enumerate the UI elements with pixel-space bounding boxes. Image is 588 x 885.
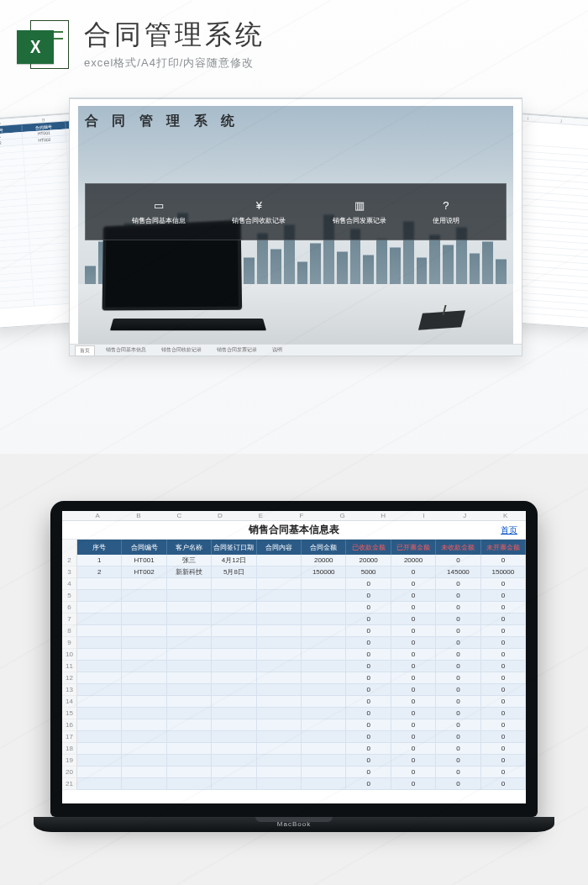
table-cell[interactable] — [77, 649, 122, 661]
table-cell[interactable]: 新新科技 — [167, 566, 212, 578]
sheet-tab[interactable]: 销售合同发票记录 — [213, 345, 261, 355]
table-cell[interactable] — [122, 672, 166, 684]
table-cell[interactable] — [212, 755, 256, 766]
table-cell[interactable] — [77, 625, 122, 637]
sheet-tab[interactable]: 说明 — [268, 345, 286, 355]
table-cell[interactable] — [302, 755, 346, 766]
table-cell[interactable] — [257, 743, 302, 755]
table-cell[interactable] — [302, 766, 346, 778]
table-cell[interactable] — [302, 578, 346, 590]
table-cell[interactable] — [167, 661, 212, 672]
table-cell[interactable] — [122, 696, 166, 708]
table-cell[interactable] — [122, 755, 166, 766]
table-cell[interactable]: 1 — [77, 555, 122, 566]
table-cell[interactable] — [77, 614, 122, 625]
sheet-tab[interactable]: 首页 — [75, 345, 95, 356]
table-cell[interactable] — [302, 637, 346, 649]
table-cell[interactable] — [212, 696, 256, 708]
table-cell[interactable]: 0 — [346, 719, 391, 731]
table-cell[interactable]: 145000 — [436, 566, 480, 578]
table-cell[interactable] — [212, 614, 256, 625]
nav-item[interactable]: ¥销售合同收款记录 — [232, 199, 286, 225]
table-cell[interactable]: 0 — [391, 684, 436, 696]
table-cell[interactable]: 0 — [436, 766, 480, 778]
table-cell[interactable] — [257, 766, 302, 778]
table-cell[interactable] — [212, 637, 256, 649]
table-cell[interactable] — [77, 578, 122, 590]
table-cell[interactable]: 0 — [481, 755, 526, 766]
table-cell[interactable] — [77, 602, 122, 614]
table-cell[interactable]: 0 — [391, 719, 436, 731]
table-cell[interactable] — [167, 672, 212, 684]
table-cell[interactable] — [122, 625, 166, 637]
table-cell[interactable] — [167, 625, 212, 637]
table-cell[interactable] — [212, 743, 256, 755]
table-cell[interactable] — [212, 731, 256, 743]
table-cell[interactable] — [77, 731, 122, 743]
table-cell[interactable]: 4月12日 — [212, 555, 256, 566]
table-cell[interactable]: 0 — [436, 755, 480, 766]
table-cell[interactable]: 0 — [481, 778, 526, 790]
table-cell[interactable] — [77, 708, 122, 719]
table-cell[interactable] — [167, 696, 212, 708]
table-cell[interactable]: 20000 — [346, 555, 391, 566]
table-cell[interactable]: 0 — [346, 625, 391, 637]
table-cell[interactable] — [77, 743, 122, 755]
table-cell[interactable]: 0 — [391, 696, 436, 708]
table-cell[interactable]: 0 — [391, 708, 436, 719]
table-cell[interactable] — [122, 578, 166, 590]
table-cell[interactable] — [122, 731, 166, 743]
table-cell[interactable] — [122, 602, 166, 614]
sheet-tab[interactable]: 销售合同收款记录 — [157, 345, 206, 355]
table-cell[interactable]: 5月8日 — [212, 566, 256, 578]
table-cell[interactable] — [167, 708, 212, 719]
table-cell[interactable] — [77, 696, 122, 708]
table-cell[interactable]: 0 — [481, 743, 526, 755]
table-cell[interactable]: 0 — [481, 555, 526, 566]
table-cell[interactable]: 0 — [391, 649, 436, 661]
table-cell[interactable] — [212, 778, 256, 790]
table-cell[interactable] — [122, 766, 166, 778]
table-cell[interactable]: HT002 — [122, 566, 166, 578]
table-cell[interactable] — [122, 743, 166, 755]
table-cell[interactable]: 0 — [481, 731, 526, 743]
table-cell[interactable]: 0 — [436, 684, 480, 696]
table-cell[interactable]: 0 — [346, 661, 391, 672]
table-cell[interactable]: 0 — [436, 719, 480, 731]
table-cell[interactable]: 0 — [481, 590, 526, 602]
table-cell[interactable] — [257, 614, 302, 625]
table-cell[interactable]: 0 — [481, 766, 526, 778]
table-cell[interactable] — [257, 755, 302, 766]
table-cell[interactable]: 0 — [346, 778, 391, 790]
table-cell[interactable] — [167, 778, 212, 790]
table-cell[interactable]: 0 — [481, 602, 526, 614]
table-cell[interactable] — [257, 590, 302, 602]
table-cell[interactable] — [257, 696, 302, 708]
table-cell[interactable] — [212, 661, 256, 672]
table-cell[interactable]: 0 — [436, 602, 480, 614]
table-cell[interactable]: 0 — [481, 661, 526, 672]
table-cell[interactable] — [257, 719, 302, 731]
table-cell[interactable] — [212, 625, 256, 637]
table-cell[interactable]: 0 — [481, 684, 526, 696]
table-cell[interactable]: 0 — [346, 649, 391, 661]
table-cell[interactable]: 0 — [346, 578, 391, 590]
table-cell[interactable] — [167, 602, 212, 614]
table-cell[interactable]: 0 — [436, 649, 480, 661]
table-cell[interactable]: 0 — [346, 696, 391, 708]
table-cell[interactable] — [257, 672, 302, 684]
table-cell[interactable]: 0 — [391, 578, 436, 590]
table-cell[interactable] — [122, 637, 166, 649]
table-cell[interactable]: 0 — [481, 625, 526, 637]
table-cell[interactable]: 0 — [436, 578, 480, 590]
table-cell[interactable]: 5000 — [346, 566, 391, 578]
table-cell[interactable]: 0 — [391, 566, 436, 578]
table-cell[interactable] — [302, 649, 346, 661]
table-cell[interactable] — [167, 614, 212, 625]
table-cell[interactable]: 0 — [391, 625, 436, 637]
table-cell[interactable]: 0 — [346, 743, 391, 755]
table-cell[interactable]: 0 — [391, 731, 436, 743]
table-cell[interactable] — [212, 708, 256, 719]
table-cell[interactable] — [257, 555, 302, 566]
table-cell[interactable] — [212, 684, 256, 696]
